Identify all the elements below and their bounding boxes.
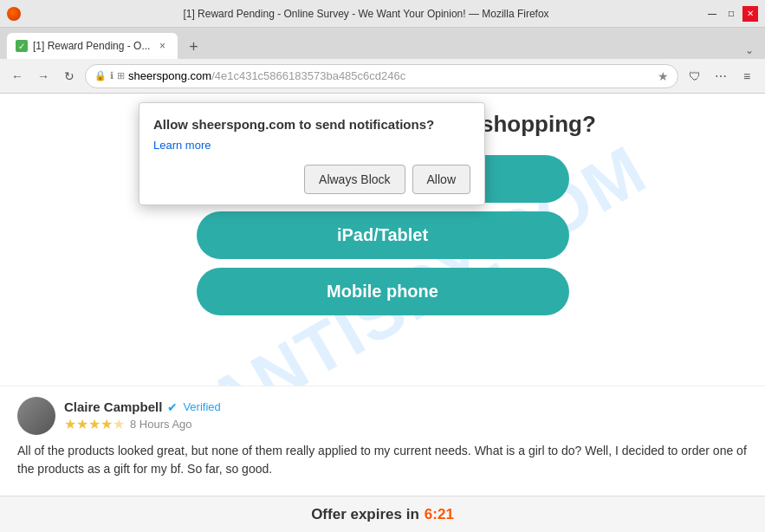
new-tab-button[interactable]: + bbox=[181, 35, 205, 59]
forward-button[interactable]: → bbox=[33, 66, 54, 87]
reviewer-info: Claire Campbell ✔ Verified ★★★★★ 8 Hours… bbox=[17, 397, 748, 435]
firefox-icon bbox=[7, 7, 21, 21]
popup-buttons: Always Block Allow bbox=[153, 165, 470, 194]
reviewer-details: Claire Campbell ✔ Verified ★★★★★ 8 Hours… bbox=[64, 399, 221, 432]
url-path: /4e1c431c5866183573ba485c6cd246c bbox=[211, 69, 405, 82]
shield-small-icon: 🔒 bbox=[94, 70, 107, 81]
tab-bar: ✓ [1] Reward Pending - O... × + ⌄ bbox=[0, 28, 765, 59]
address-bar: ← → ↻ 🔒 ℹ ⊞ sheerspong.com/4e1c431c58661… bbox=[0, 59, 765, 94]
tab-overflow-button[interactable]: ⌄ bbox=[741, 42, 758, 59]
avatar bbox=[17, 397, 55, 435]
popup-title: Allow sheerspong.com to send notificatio… bbox=[153, 117, 470, 132]
tab-bar-right: ⌄ bbox=[741, 42, 758, 59]
reviewer-name: Claire Campbell bbox=[64, 399, 162, 414]
active-tab[interactable]: ✓ [1] Reward Pending - O... × bbox=[7, 33, 178, 59]
menu-button[interactable]: ≡ bbox=[736, 65, 758, 88]
offer-text: Offer expires in bbox=[311, 506, 419, 523]
minimize-button[interactable]: — bbox=[704, 6, 720, 22]
url-domain: sheerspong.com bbox=[128, 69, 211, 82]
tab-title: [1] Reward Pending - O... bbox=[33, 40, 150, 52]
shield-icon[interactable]: 🛡 bbox=[684, 65, 706, 88]
info-icon: ℹ bbox=[110, 70, 113, 81]
ipad-option-button[interactable]: iPad/Tablet bbox=[197, 211, 569, 259]
page-icon: ⊞ bbox=[117, 70, 125, 81]
window-controls: — □ ✕ bbox=[704, 6, 758, 22]
close-button[interactable]: ✕ bbox=[742, 6, 758, 22]
bookmark-icon[interactable]: ★ bbox=[658, 69, 669, 83]
always-block-button[interactable]: Always Block bbox=[304, 165, 405, 194]
tab-favicon: ✓ bbox=[16, 40, 28, 52]
window-title: [1] Reward Pending - Online Survey - We … bbox=[28, 8, 704, 20]
url-text: sheerspong.com/4e1c431c5866183573ba485c6… bbox=[128, 69, 654, 82]
back-button[interactable]: ← bbox=[7, 66, 28, 87]
tab-close-button[interactable]: × bbox=[155, 39, 169, 53]
star-rating: ★★★★★ bbox=[64, 416, 125, 432]
verified-icon: ✔ bbox=[167, 400, 178, 414]
page-content: MYANTISPY.COM Which device do you use fo… bbox=[0, 94, 765, 532]
offer-bar: Offer expires in 6:21 bbox=[0, 496, 765, 532]
more-button[interactable]: ⋯ bbox=[710, 65, 732, 88]
url-bar[interactable]: 🔒 ℹ ⊞ sheerspong.com/4e1c431c5866183573b… bbox=[85, 64, 678, 88]
verified-label: Verified bbox=[183, 400, 220, 413]
learn-more-link[interactable]: Learn more bbox=[153, 139, 211, 152]
maximize-button[interactable]: □ bbox=[723, 6, 739, 22]
title-bar: [1] Reward Pending - Online Survey - We … bbox=[0, 0, 765, 28]
refresh-button[interactable]: ↻ bbox=[59, 66, 80, 87]
review-text: All of the products looked great, but no… bbox=[17, 442, 748, 478]
mobile-option-button[interactable]: Mobile phone bbox=[197, 268, 569, 315]
toolbar-right: 🛡 ⋯ ≡ bbox=[684, 65, 758, 88]
allow-button[interactable]: Allow bbox=[412, 165, 470, 194]
review-section: Claire Campbell ✔ Verified ★★★★★ 8 Hours… bbox=[0, 386, 765, 489]
offer-timer: 6:21 bbox=[425, 506, 454, 523]
review-time: 8 Hours Ago bbox=[130, 418, 192, 431]
notification-popup: Allow sheerspong.com to send notificatio… bbox=[139, 102, 485, 205]
